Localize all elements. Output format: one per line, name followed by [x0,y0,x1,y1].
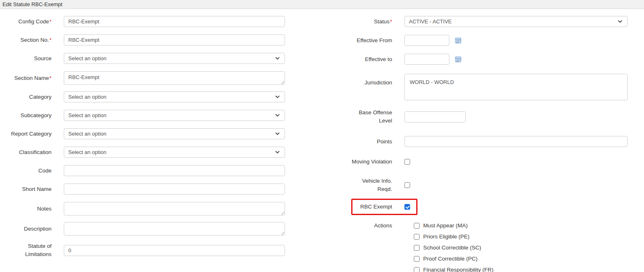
school-correctible-checkbox[interactable] [414,245,420,251]
action-item-label: School Correctible (SC) [423,245,481,251]
category-select[interactable]: Select an option [64,91,285,102]
short-name-input[interactable] [64,184,285,195]
field-label-subcategory: Subcategory [0,111,52,120]
field-label-vehicle-info-reqd: Vehicle Info. Reqd. [348,177,392,193]
chevron-down-icon [275,95,280,98]
calendar-icon[interactable] [455,37,461,43]
rbc-exempt-checkbox[interactable] [404,204,410,210]
chevron-down-icon [275,57,280,60]
report-category-select-value: Select an option [68,131,106,137]
form-row: Status* ACTIVE - ACTIVE [348,16,628,27]
actions-checkbox-group: Must Appear (MA) Priors Eligible (PE) Sc… [404,220,494,272]
source-select[interactable]: Select an option [64,53,285,64]
description-textarea[interactable] [64,222,285,236]
form-row: Report Category Select an option [0,128,287,139]
field-label-category: Category [0,93,52,101]
effective-to-input[interactable] [404,54,449,65]
field-label-base-offense-level: Base Offense Level [348,109,392,125]
form-column-right: Status* ACTIVE - ACTIVE Effective From [348,16,628,272]
action-item-label: Must Appear (MA) [423,222,468,229]
section-name-textarea[interactable]: RBC-Exempt [64,71,285,85]
chevron-down-icon [275,114,280,117]
form-row: Section No.* [0,34,287,45]
field-label-notes: Notes [0,205,52,213]
subcategory-select[interactable]: Select an option [64,110,285,121]
action-item-label: Financial Responsibility (FR) [423,267,494,272]
form-row: Short Name [0,184,287,195]
field-label-effective-to: Effective to [348,55,392,63]
form-row: Config Code* [0,16,287,27]
field-label-source: Source [0,54,52,63]
form-row: Moving Violation [348,158,628,166]
field-label-description: Description [0,225,52,233]
form-row: Code [0,165,287,176]
form-row: Section Name* RBC-Exempt [0,71,287,85]
jurisdiction-box[interactable]: WORLD - WORLD [404,74,628,100]
config-code-input[interactable] [64,16,285,27]
form-row: Vehicle Info. Reqd. [348,177,628,193]
financial-responsibility-checkbox[interactable] [414,267,420,272]
vehicle-info-reqd-checkbox[interactable] [404,182,410,188]
form-row: Source Select an option [0,53,287,64]
field-label-jurisdiction: Jurisdiction [348,74,392,87]
chevron-down-icon [275,132,280,135]
action-item-financial-responsibility: Financial Responsibility (FR) [414,264,494,272]
section-no-input[interactable] [64,34,285,45]
action-item-proof-correctible: Proof Correctible (PC) [414,253,494,264]
category-select-value: Select an option [68,94,106,100]
points-input[interactable] [404,136,628,147]
required-asterisk: * [49,37,52,43]
action-item-label: Priors Eligible (PE) [423,233,469,240]
field-label-statute-of-limitations: Statute of Limitations [0,242,52,258]
chevron-down-icon [275,151,280,154]
status-select-value: ACTIVE - ACTIVE [409,18,452,25]
action-item-school-correctible: School Correctible (SC) [414,242,494,253]
subcategory-select-value: Select an option [68,112,106,118]
form-column-left: Config Code* Section No.* Source Select … [0,16,287,272]
form-row: Effective From [348,35,628,46]
form-row: Description [0,222,287,236]
priors-eligible-checkbox[interactable] [414,234,420,240]
report-category-select[interactable]: Select an option [64,128,285,139]
required-asterisk: * [49,18,52,25]
notes-textarea[interactable] [64,202,285,215]
form-row: Notes [0,202,287,215]
field-label-section-name: Section Name* [0,74,52,82]
action-item-must-appear: Must Appear (MA) [414,220,494,231]
field-label-classification: Classification [0,148,52,156]
field-label-short-name: Short Name [0,185,52,193]
base-offense-level-input[interactable] [404,111,466,122]
form-row: Base Offense Level [348,109,628,125]
form-row: Actions Must Appear (MA) Priors Eligible… [348,220,628,272]
must-appear-checkbox[interactable] [414,223,420,229]
form-row: Classification Select an option [0,147,287,158]
form-row: Statute of Limitations [0,242,287,258]
required-asterisk: * [49,75,52,81]
code-input[interactable] [64,165,285,176]
field-label-config-code: Config Code* [0,18,52,26]
field-label-actions: Actions [348,220,392,231]
field-label-points: Points [348,138,392,146]
field-label-status: Status* [348,18,392,26]
moving-violation-checkbox[interactable] [404,159,410,165]
field-label-rbc-exempt: RBC Exempt [348,203,392,211]
action-item-label: Proof Correctible (PC) [423,256,478,262]
form-row: Points [348,136,628,147]
field-label-moving-violation: Moving Violation [348,158,392,166]
action-item-priors-eligible: Priors Eligible (PE) [414,231,494,242]
classification-select-value: Select an option [68,149,106,155]
form-row: Effective to [348,54,628,65]
form-row: Jurisdiction WORLD - WORLD [348,74,628,100]
classification-select[interactable]: Select an option [64,147,285,158]
proof-correctible-checkbox[interactable] [414,256,420,262]
form-row: RBC Exempt [348,204,628,210]
statute-of-limitations-input[interactable] [64,245,285,256]
page-title-bar: Edit Statute RBC-Exempt [0,0,644,9]
effective-from-input[interactable] [404,35,449,46]
form-row: Subcategory Select an option [0,110,287,121]
calendar-icon[interactable] [455,56,461,62]
status-select[interactable]: ACTIVE - ACTIVE [404,16,628,27]
chevron-down-icon [618,20,622,23]
field-label-section-no: Section No.* [0,36,52,44]
required-asterisk: * [390,18,392,25]
